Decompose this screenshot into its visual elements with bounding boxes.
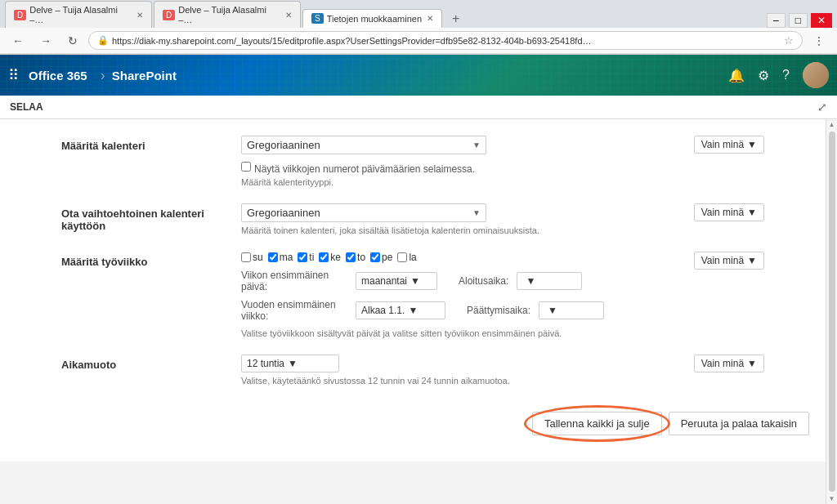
vuoden-ensimmainen-select[interactable]: Alkaa 1.1. ▼ [356, 301, 445, 319]
header-right: 🔔 ⚙ ? [728, 62, 829, 88]
cb-to-input[interactable] [346, 252, 356, 262]
field-maarita-kalenteri: Määritä kalenteri Gregoriaaninen ▼ [61, 127, 764, 195]
controls-vaihtoehtoinen: Gregoriaaninen ▼ Määritä toinen kalenter… [241, 203, 764, 235]
scroll-thumb[interactable] [829, 132, 835, 492]
cb-ti-input[interactable] [298, 252, 307, 262]
cb-pe-label: pe [382, 252, 392, 263]
tab-close-1[interactable]: ✕ [137, 11, 143, 20]
vaihtoehtoinen-privacy-arrow: ▼ [747, 207, 757, 218]
sub-row-1: Viikon ensimmäinen päivä: maanantai ▼ Al… [241, 270, 678, 292]
save-button-wrapper: Tallenna kaikki ja sulje [532, 412, 662, 435]
cb-to-label: to [357, 252, 365, 263]
cb-ke-label: ke [330, 252, 341, 263]
vaihtoehtoinen-select[interactable]: Gregoriaaninen ▼ [241, 203, 486, 222]
viikon-ensimmainen-label: Viikon ensimmäinen päivä: [241, 270, 347, 292]
cb-ma-input[interactable] [268, 252, 278, 262]
tab-favicon-3: S [311, 13, 324, 24]
form-area: Määritä kalenteri Gregoriaaninen ▼ [45, 119, 781, 402]
tab-tietojen[interactable]: S Tietojen muokkaaminen ✕ [302, 9, 442, 28]
address-text: https://diak-my.sharepoint.com/_layouts/… [112, 36, 781, 46]
expand-icon[interactable]: ⤢ [817, 100, 827, 114]
user-avatar[interactable] [803, 62, 829, 88]
cb-la-input[interactable] [397, 252, 407, 262]
scroll-up-arrow[interactable]: ▲ [829, 121, 835, 128]
nayta-viikko-checkbox[interactable] [241, 162, 251, 172]
field-vaihtoehtoinen: Ota vaihtoehtoinen kalenteri käyttöön Gr… [61, 195, 764, 243]
tab-delve-1[interactable]: D Delve – Tuija Alasalmi –… ✕ [5, 1, 152, 28]
cb-ma-label: ma [280, 252, 293, 263]
cb-ma: ma [268, 252, 293, 263]
reload-button[interactable]: ↻ [62, 32, 83, 50]
content-main: Määritä kalenteri Gregoriaaninen ▼ [0, 119, 826, 504]
window-minimize[interactable]: – [767, 13, 786, 28]
paattymisaika-select[interactable]: ▼ [539, 301, 604, 319]
waffle-menu-icon[interactable]: ⠿ [8, 66, 19, 84]
field-tyoviikko: Määritä työviikko su [61, 243, 764, 346]
content-area: Määritä kalenteri Gregoriaaninen ▼ [0, 119, 837, 504]
extensions-button[interactable]: ⋮ [808, 32, 830, 50]
forward-button[interactable]: → [34, 32, 57, 50]
kalenteri-select[interactable]: Gregoriaaninen ▼ [241, 136, 486, 154]
footer-buttons: Tallenna kaikki ja sulje Peruuta ja pala… [0, 402, 826, 445]
label-tyoviikko: Määritä työviikko [61, 252, 241, 268]
tyoviikko-privacy[interactable]: Vain minä ▼ [694, 252, 764, 270]
sub-form: Viikon ensimmäinen päivä: maanantai ▼ Al… [241, 270, 678, 322]
cb-pe-input[interactable] [370, 252, 380, 262]
viikon-ensimmainen-select[interactable]: maanantai ▼ [356, 272, 437, 290]
tyoviikko-hint: Valitse työviikkoon sisältyvät päivät ja… [241, 328, 678, 338]
bookmark-icon[interactable]: ☆ [784, 34, 794, 47]
window-close[interactable]: ✕ [811, 13, 832, 28]
scroll-down-arrow[interactable]: ▼ [829, 495, 835, 502]
tab-delve-2[interactable]: D Delve – Tuija Alasalmi –… ✕ [154, 1, 301, 28]
back-button[interactable]: ← [7, 32, 29, 50]
kalenteri-select-value: Gregoriaaninen [247, 139, 320, 151]
controls-aikamuoto: 12 tuntia ▼ Valitse, käytetäänkö sivusto… [241, 355, 764, 386]
bell-icon[interactable]: 🔔 [728, 68, 745, 83]
label-aikamuoto: Aikamuoto [61, 355, 241, 371]
vaihtoehtoinen-privacy-label: Vain minä [701, 207, 744, 218]
aikamuoto-hint: Valitse, käytetäänkö sivustossa 12 tunni… [241, 376, 678, 386]
save-button[interactable]: Tallenna kaikki ja sulje [532, 412, 662, 435]
aikamuoto-arrow: ▼ [288, 358, 298, 369]
selaa-bar: SELAA ⤢ [0, 96, 837, 119]
aikamuoto-privacy[interactable]: Vain minä ▼ [694, 355, 764, 372]
address-bar[interactable]: 🔒 https://diak-my.sharepoint.com/_layout… [88, 31, 803, 50]
vuoden-ensimmainen-label: Vuoden ensimmäinen viikko: [241, 299, 347, 322]
help-icon[interactable]: ? [782, 68, 790, 83]
vaihtoehtoinen-select-arrow: ▼ [472, 208, 481, 217]
viikon-ensimmainen-arrow: ▼ [410, 275, 420, 287]
paattymisaika-arrow: ▼ [548, 305, 557, 316]
aloitusaika-arrow: ▼ [526, 275, 535, 287]
vaihtoehtoinen-privacy[interactable]: Vain minä ▼ [694, 203, 764, 221]
tab-close-2[interactable]: ✕ [285, 11, 292, 20]
aloitusaika-select[interactable]: ▼ [517, 272, 582, 290]
sharepoint-logo[interactable]: SharePoint [112, 69, 177, 83]
days-checkboxes: su ma ti [241, 252, 678, 263]
tab-close-3[interactable]: ✕ [427, 14, 433, 23]
new-tab-button[interactable]: + [447, 10, 464, 28]
cb-su-input[interactable] [241, 252, 251, 262]
cancel-button[interactable]: Peruuta ja palaa takaisin [669, 412, 809, 435]
cb-to: to [346, 252, 365, 263]
tab-label-1: Delve – Tuija Alasalmi –… [29, 5, 132, 25]
kalenteri-privacy[interactable]: Vain minä ▼ [694, 136, 764, 154]
header-content: ⠿ Office 365 › SharePoint 🔔 ⚙ ? [8, 62, 829, 88]
vaihtoehtoinen-hint: Määritä toinen kalenteri, joka sisältää … [241, 225, 678, 235]
aikamuoto-value: 12 tuntia [247, 358, 284, 369]
aloitusaika-label: Aloitusaika: [459, 275, 508, 287]
cb-ti: ti [298, 252, 314, 263]
scrollbar[interactable]: ▲ ▼ [826, 119, 837, 504]
aikamuoto-select[interactable]: 12 tuntia ▼ [241, 355, 339, 372]
secure-icon: 🔒 [97, 35, 109, 46]
kalenteri-select-arrow: ▼ [472, 140, 481, 149]
kalenteri-hint: Määritä kalenterityyppi. [241, 177, 678, 187]
tyoviikko-privacy-label: Vain minä [701, 255, 744, 266]
paattymisaika-label: Päättymisaika: [467, 305, 530, 316]
cb-ke-input[interactable] [319, 252, 329, 262]
gear-icon[interactable]: ⚙ [758, 68, 769, 83]
tab-label-3: Tietojen muokkaaminen [327, 14, 422, 24]
header-divider: › [101, 67, 105, 84]
office-logo[interactable]: Office 365 [29, 69, 87, 83]
window-maximize[interactable]: □ [789, 13, 808, 28]
cb-la-label: la [409, 252, 416, 263]
